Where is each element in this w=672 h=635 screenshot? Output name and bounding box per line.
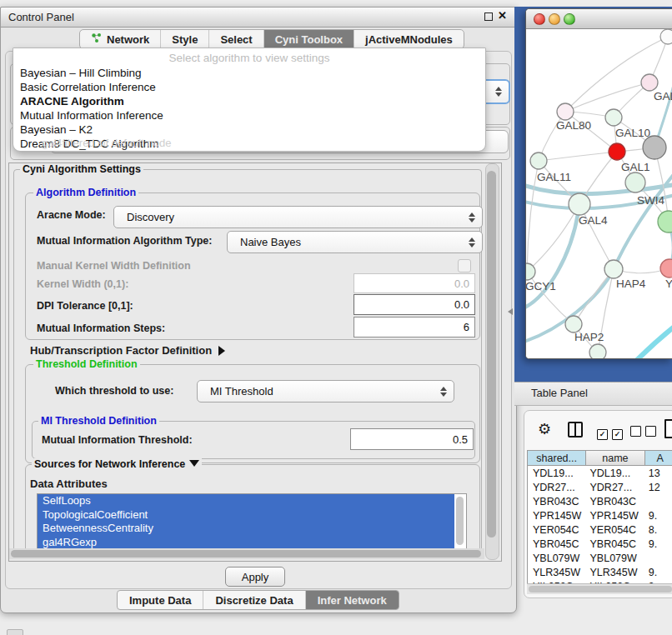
- network-node[interactable]: [557, 103, 574, 120]
- table-cell: 8.: [645, 522, 672, 537]
- algorithm-menu-item[interactable]: Bayesian – Hill Climbing: [16, 66, 483, 80]
- table-horizontal-scrollbar[interactable]: [527, 583, 672, 594]
- table-row[interactable]: YDR27...YDR27...12: [528, 480, 672, 494]
- table-panel-title: Table Panel: [531, 387, 588, 399]
- aracne-mode-label: Aracne Mode:: [37, 209, 106, 221]
- control-panel-title: Control Panel: [8, 11, 74, 23]
- attribute-item[interactable]: BetweennessCentrality: [38, 522, 454, 536]
- network-node[interactable]: [643, 136, 666, 159]
- network-node-label: GAL: [654, 90, 672, 102]
- network-canvas[interactable]: GALGAL80GAL10GAL1GAL11SWI4GAL4GCY1HAP4YH…: [526, 29, 672, 358]
- settings-horizontal-scrollbar-thumb[interactable]: [11, 550, 481, 558]
- close-traffic-icon[interactable]: [534, 13, 545, 25]
- network-node[interactable]: [569, 193, 590, 215]
- table-cell: YBR045C: [587, 537, 645, 551]
- network-node[interactable]: [660, 259, 672, 278]
- manual-kernel-checkbox[interactable]: [458, 259, 471, 272]
- tab-infer-network[interactable]: Infer Network: [306, 591, 399, 609]
- table-cell: 9.: [645, 508, 672, 522]
- minimize-traffic-icon[interactable]: [549, 13, 560, 25]
- network-node[interactable]: [609, 143, 625, 160]
- network-graph: GALGAL80GAL10GAL1GAL11SWI4GAL4GCY1HAP4YH…: [526, 29, 672, 358]
- export-table-icon[interactable]: [664, 419, 672, 438]
- mi-steps-label: Mutual Information Steps:: [37, 322, 165, 334]
- table-cell: YBL079W: [587, 551, 645, 565]
- network-view-window[interactable]: GALGAL80GAL10GAL1GAL11SWI4GAL4GCY1HAP4YH…: [525, 8, 672, 359]
- corner-widget-icon[interactable]: [7, 629, 23, 635]
- apply-button[interactable]: Apply: [225, 567, 285, 587]
- tab-jactivemnodules[interactable]: jActiveMNodules: [354, 30, 464, 48]
- float-window-icon[interactable]: [484, 12, 493, 21]
- network-edge[interactable]: [526, 204, 579, 309]
- network-window-titlebar[interactable]: [526, 9, 672, 29]
- select-all-checkboxes-icon[interactable]: ✓✓: [597, 425, 627, 440]
- tab-style[interactable]: Style: [161, 30, 209, 48]
- network-edge[interactable]: [539, 152, 617, 161]
- sources-title[interactable]: Sources for Network Inference: [32, 458, 202, 470]
- tab-cyni-toolbox[interactable]: Cyni Toolbox: [264, 30, 354, 48]
- network-node[interactable]: [530, 152, 547, 169]
- hub-definition-expander[interactable]: Hub/Transcription Factor Definition: [30, 344, 225, 357]
- table-column-header[interactable]: shared...: [528, 451, 586, 466]
- tab-impute-data[interactable]: Impute Data: [118, 591, 203, 609]
- network-node[interactable]: [658, 211, 672, 232]
- network-edge[interactable]: [565, 82, 649, 112]
- attribute-item[interactable]: TopologicalCoefficient: [38, 508, 454, 522]
- network-node[interactable]: [565, 316, 582, 332]
- table-row[interactable]: YPR145WYPR145W9.: [528, 508, 672, 522]
- attribute-item[interactable]: gal4RGexp: [38, 536, 454, 550]
- table-column-header[interactable]: name: [586, 451, 644, 466]
- settings-vertical-scrollbar-thumb[interactable]: [487, 171, 496, 538]
- app-root: Control Panel ✕ Network Style Select Cyn…: [0, 0, 672, 635]
- which-threshold-label: Which threshold to use:: [55, 385, 173, 397]
- table-row[interactable]: YBR045CYBR045C9.: [528, 537, 672, 551]
- algorithm-menu-item[interactable]: Mutual Information Inference: [16, 108, 483, 122]
- dpi-tolerance-field[interactable]: 0.0: [354, 294, 475, 315]
- mit-field[interactable]: 0.5: [350, 428, 474, 450]
- table-horizontal-scrollbar-thumb[interactable]: [529, 586, 672, 592]
- which-threshold-combobox[interactable]: MI Threshold: [197, 380, 454, 402]
- table-row[interactable]: YER054CYER054C8.: [528, 522, 672, 537]
- mi-steps-field[interactable]: 6: [354, 317, 475, 338]
- aracne-mode-value: Discovery: [127, 211, 174, 223]
- table-column-header[interactable]: A: [645, 451, 672, 466]
- table-row[interactable]: YLR345WYLR345W9.: [528, 565, 672, 579]
- table-cell: YLR345W: [587, 565, 645, 579]
- network-node[interactable]: [641, 74, 658, 91]
- network-edge[interactable]: [526, 184, 672, 194]
- settings-vertical-scrollbar[interactable]: [485, 163, 499, 560]
- network-edge[interactable]: [634, 322, 672, 358]
- column-visibility-icon[interactable]: [568, 422, 583, 438]
- network-node[interactable]: [589, 344, 606, 358]
- expander-arrow-icon: [218, 346, 225, 356]
- table-row[interactable]: YBR043CYBR043C: [528, 494, 672, 508]
- table-cell: 12: [645, 480, 672, 494]
- tab-network[interactable]: Network: [80, 30, 161, 48]
- network-node[interactable]: [605, 109, 622, 126]
- close-icon[interactable]: ✕: [498, 9, 507, 22]
- aracne-mode-combobox[interactable]: Discovery: [113, 206, 483, 228]
- network-node[interactable]: [660, 29, 672, 44]
- network-node[interactable]: [604, 260, 623, 278]
- tab-discretize-data[interactable]: Discretize Data: [203, 591, 305, 609]
- split-divider-arrow-icon[interactable]: [508, 308, 513, 315]
- tab-network-label: Network: [107, 33, 149, 46]
- network-edge[interactable]: [654, 62, 672, 148]
- attribute-list-scrollbar[interactable]: [454, 495, 465, 548]
- kernel-width-field[interactable]: 0.0: [354, 273, 475, 293]
- algorithm-menu-item[interactable]: Basic Correlation Inference: [16, 80, 483, 94]
- mi-type-combobox[interactable]: Naive Bayes: [227, 231, 483, 253]
- tab-select[interactable]: Select: [209, 30, 263, 48]
- algorithm-menu-item[interactable]: Bayesian – K2: [16, 122, 483, 137]
- network-node[interactable]: [625, 172, 645, 192]
- control-panel-titlebar[interactable]: [0, 7, 517, 28]
- attribute-list[interactable]: SelfLoopsTopologicalCoefficientBetweenne…: [37, 493, 467, 550]
- table-row[interactable]: YDL19...YDL19...13: [528, 466, 672, 480]
- table-settings-gear-icon[interactable]: ⚙: [538, 420, 551, 438]
- settings-horizontal-scrollbar[interactable]: [9, 548, 484, 559]
- algorithm-menu-item[interactable]: ARACNE Algorithm: [16, 94, 483, 108]
- table-row[interactable]: YBL079WYBL079W: [528, 551, 672, 565]
- zoom-traffic-icon[interactable]: [564, 13, 575, 25]
- deselect-all-checkboxes-icon[interactable]: [630, 425, 660, 440]
- attribute-item[interactable]: SelfLoops: [38, 494, 454, 508]
